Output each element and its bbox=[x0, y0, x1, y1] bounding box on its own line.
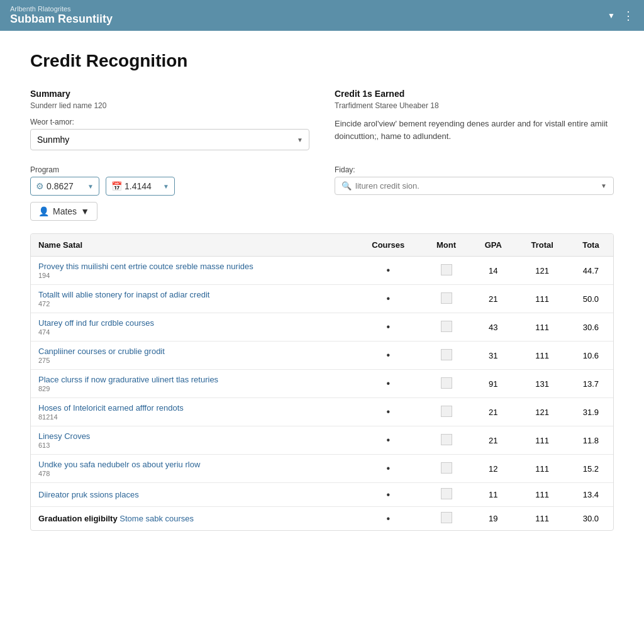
summary-select[interactable]: Sunmhy bbox=[30, 129, 309, 150]
row-trotal-cell: 111 bbox=[516, 507, 569, 531]
row-checkbox[interactable] bbox=[441, 292, 452, 304]
program-label: Program bbox=[30, 165, 309, 174]
filter-dropdown-arrow: ▼ bbox=[601, 182, 607, 189]
mates-button[interactable]: 👤 Mates ▼ bbox=[30, 202, 97, 221]
dropdown-icon[interactable]: ▼ bbox=[608, 11, 615, 20]
top-bar: Arlbenth Rlatogrites Subbam Resuntiity ▼… bbox=[0, 0, 644, 31]
program-input-1[interactable]: ⚙ 0.8627 ▼ bbox=[30, 177, 99, 196]
row-name-text[interactable]: Hoses of Inteloricit earned afffor rendo… bbox=[38, 403, 347, 413]
row-mont-cell[interactable] bbox=[422, 370, 470, 398]
row-courses-cell: • bbox=[355, 483, 422, 507]
row-gpa-cell: 43 bbox=[470, 313, 516, 341]
row-mont-cell[interactable] bbox=[422, 257, 470, 285]
row-checkbox[interactable] bbox=[441, 377, 452, 389]
program-input-2[interactable]: 📅 1.4144 ▼ bbox=[106, 177, 175, 196]
row-name-text[interactable]: Provey this muilishi cent ertrie coutce … bbox=[38, 262, 347, 271]
row-id-text: 472 bbox=[38, 300, 347, 308]
row-name-text[interactable]: Linesy Croves bbox=[38, 431, 347, 441]
row-id-text: 194 bbox=[38, 272, 347, 279]
row-name-cell: Canpliiner courses or crublie grodit275 bbox=[31, 341, 355, 370]
row-gpa-cell: 21 bbox=[470, 426, 516, 455]
stome-sabk-link[interactable]: Stome sabk courses bbox=[119, 514, 194, 523]
row-name-text[interactable]: Undke you safa nedubelr os about yeriu r… bbox=[38, 460, 347, 469]
program-inputs-row: ⚙ 0.8627 ▼ 📅 1.4144 ▼ bbox=[30, 177, 309, 196]
row-mont-cell[interactable] bbox=[422, 483, 470, 507]
row-name-cell: Provey this muilishi cent ertrie coutce … bbox=[31, 257, 355, 285]
row-id-text: 81214 bbox=[38, 413, 347, 421]
row-id-text: 613 bbox=[38, 441, 347, 449]
row-courses-cell: • bbox=[355, 426, 422, 455]
row-name-text[interactable]: Place clurss if now gradurative ulinert … bbox=[38, 375, 347, 384]
main-content: Credit Recognition Summary Sunderr lied … bbox=[0, 31, 644, 644]
top-bar-left: Arlbenth Rlatogrites Subbam Resuntiity bbox=[10, 5, 113, 26]
row-id-text: 829 bbox=[38, 385, 347, 392]
row-mont-cell[interactable] bbox=[422, 285, 470, 313]
row-gpa-cell: 31 bbox=[470, 341, 516, 370]
row-checkbox[interactable] bbox=[441, 488, 452, 499]
row-mont-cell[interactable] bbox=[422, 426, 470, 455]
row-trotal-cell: 111 bbox=[516, 341, 569, 370]
row-checkbox[interactable] bbox=[441, 349, 452, 360]
row-tota-cell: 15.2 bbox=[569, 455, 613, 483]
row-gpa-cell: 14 bbox=[470, 257, 516, 285]
table-row: Diireator pruk ssions places•1111113.4 bbox=[31, 483, 613, 507]
graduation-eligibility-label: Graduation eligibilty bbox=[38, 514, 118, 523]
row-name-cell: Undke you safa nedubelr os about yeriu r… bbox=[31, 455, 355, 483]
program-arrow-1: ▼ bbox=[87, 183, 94, 190]
row-checkbox[interactable] bbox=[441, 321, 452, 332]
row-courses-cell: • bbox=[355, 285, 422, 313]
filter-search-input[interactable] bbox=[355, 181, 597, 191]
row-trotal-cell: 131 bbox=[516, 370, 569, 398]
results-table: Name Satal Courses Mont GPA Trotal Tota … bbox=[31, 234, 613, 530]
filter-section: Fiday: 🔍 ▼ bbox=[335, 165, 614, 195]
program-icon-1: ⚙ bbox=[36, 181, 44, 191]
row-mont-cell[interactable] bbox=[422, 398, 470, 426]
row-tota-cell: 13.4 bbox=[569, 483, 613, 507]
col-trotal: Trotal bbox=[516, 234, 569, 257]
table-row: Graduation eligibilty Stome sabk courses… bbox=[31, 507, 613, 531]
row-checkbox[interactable] bbox=[441, 462, 452, 474]
row-courses-cell: • bbox=[355, 257, 422, 285]
col-gpa: GPA bbox=[470, 234, 516, 257]
program-arrow-2: ▼ bbox=[163, 183, 169, 190]
credit-earned-label: Credit 1s Earned bbox=[335, 89, 614, 99]
program-icon-2: 📅 bbox=[111, 181, 122, 191]
top-bar-subtitle: Arlbenth Rlatogrites bbox=[10, 5, 113, 13]
menu-icon[interactable]: ⋮ bbox=[623, 9, 634, 23]
filter-label: Fiday: bbox=[335, 165, 614, 174]
row-trotal-cell: 111 bbox=[516, 455, 569, 483]
row-checkbox[interactable] bbox=[441, 512, 452, 523]
filter-search-box[interactable]: 🔍 ▼ bbox=[335, 177, 614, 195]
row-gpa-cell: 12 bbox=[470, 455, 516, 483]
program-filter-row: Program ⚙ 0.8627 ▼ 📅 1.4144 ▼ 👤 Mates ▼ bbox=[30, 165, 614, 221]
row-checkbox[interactable] bbox=[441, 264, 452, 275]
row-checkbox[interactable] bbox=[441, 406, 452, 417]
row-name-text[interactable]: Utarey off ind fur crdble courses bbox=[38, 318, 347, 328]
program-value-2: 1.4144 bbox=[125, 181, 160, 191]
row-tota-cell: 30.0 bbox=[569, 507, 613, 531]
mates-icon: 👤 bbox=[38, 206, 49, 216]
row-tota-cell: 30.6 bbox=[569, 313, 613, 341]
two-col-section: Summary Sunderr lied name 120 Weor t-amo… bbox=[30, 89, 614, 150]
row-mont-cell[interactable] bbox=[422, 507, 470, 531]
row-name-text[interactable]: Canpliiner courses or crublie grodit bbox=[38, 347, 347, 356]
row-mont-cell[interactable] bbox=[422, 455, 470, 483]
row-id-text: 478 bbox=[38, 470, 347, 477]
row-checkbox[interactable] bbox=[441, 434, 452, 445]
row-tota-cell: 31.9 bbox=[569, 398, 613, 426]
search-icon: 🔍 bbox=[341, 181, 352, 191]
col-mont: Mont bbox=[422, 234, 470, 257]
row-mont-cell[interactable] bbox=[422, 313, 470, 341]
row-courses-cell: • bbox=[355, 455, 422, 483]
row-courses-cell: • bbox=[355, 370, 422, 398]
row-gpa-cell: 91 bbox=[470, 370, 516, 398]
row-trotal-cell: 111 bbox=[516, 426, 569, 455]
row-name-text[interactable]: Totallt will ablie stonery for inapst of… bbox=[38, 290, 347, 299]
col-courses: Courses bbox=[355, 234, 422, 257]
row-mont-cell[interactable] bbox=[422, 341, 470, 370]
summary-subtext: Sunderr lied name 120 bbox=[30, 101, 309, 110]
row-name-text[interactable]: Diireator pruk ssions places bbox=[38, 490, 347, 499]
row-courses-cell: • bbox=[355, 341, 422, 370]
left-column: Summary Sunderr lied name 120 Weor t-amo… bbox=[30, 89, 309, 150]
row-name-cell: Graduation eligibilty Stome sabk courses bbox=[31, 507, 355, 531]
